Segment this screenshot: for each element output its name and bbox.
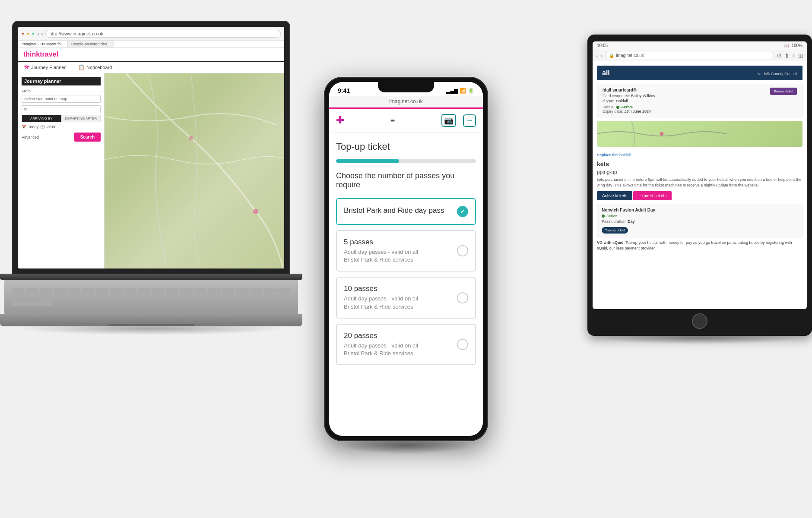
journey-planner-panel: Journey planner From ARRIVING BY DEPARTI…: [18, 73, 105, 268]
bristol-pass-card[interactable]: Bristol Park and Ride day pass: [336, 198, 476, 225]
jp-from-label: From: [22, 89, 101, 93]
battery-icon: 🔋: [468, 88, 474, 94]
expiry-row: Expiry date: 13th June 2024: [603, 109, 655, 114]
key: [208, 288, 220, 293]
hamburger-icon[interactable]: ≡: [390, 116, 395, 125]
app-logo: ✚: [336, 115, 344, 126]
passes-5-card[interactable]: 5 passes Adult day passes - valid on all…: [336, 230, 476, 272]
holdall-header: all Norfolk County Council: [597, 66, 802, 80]
browser-dot-red: ●: [22, 31, 24, 36]
passes-10-desc-1: Adult day passes - valid on all: [344, 295, 418, 302]
passes-5-radio[interactable]: [457, 245, 468, 256]
key: [82, 294, 94, 300]
phone-browser-bar: imaginet.co.uk: [329, 96, 483, 107]
logo-highlight: travel: [40, 51, 58, 58]
passes-5-title: 5 passes: [344, 238, 418, 246]
selected-pass-radio[interactable]: [457, 206, 468, 217]
renew-ticket-button[interactable]: Renew ticket: [770, 88, 797, 95]
owner-value: Mr Bailey Wilkins: [625, 94, 655, 98]
laptop-main-area: Journey planner From ARRIVING BY DEPARTI…: [18, 73, 284, 268]
key: [278, 294, 291, 300]
ticket-status-dot: [602, 215, 605, 218]
key: [40, 288, 52, 293]
choose-passes-label: Choose the number of passes you require: [336, 171, 476, 190]
jp-search-button[interactable]: Search: [74, 133, 101, 142]
tablet-share-icon[interactable]: ⬆: [784, 52, 790, 59]
passes-10-radio[interactable]: [457, 292, 468, 303]
tablet-add-tab-icon[interactable]: +: [792, 52, 796, 59]
passes-20-card[interactable]: 20 passes Adult day passes - valid on al…: [336, 324, 476, 365]
squid-text: VG with sQuid. Top-up your holdall with …: [597, 240, 802, 251]
camera-icon[interactable]: 📷: [441, 114, 456, 127]
holdall-owner-row: Card owner: Mr Bailey Wilkins: [603, 94, 655, 98]
topup-ticket-button[interactable]: Top-up ticket: [602, 227, 628, 234]
page-title: Top-up ticket: [336, 141, 476, 152]
key: [236, 294, 248, 300]
browser-tab-1[interactable]: Imaginet - Transport fo...: [18, 41, 68, 47]
jp-advanced-link[interactable]: Advanced: [22, 135, 39, 139]
jp-arriving-label: ARRIVING BY: [30, 117, 53, 120]
tablet-forward-btn[interactable]: ›: [601, 52, 603, 59]
tab2-label: People-powered des...: [71, 42, 110, 46]
browser-dot-green: ●: [32, 31, 35, 36]
tablet-device: 10:05 📖 100% ‹ › 🔒 imaginet.co.uk ↺ ⬆: [587, 35, 812, 336]
phone-status-icons: ▂▄▆ 📶 🔋: [446, 88, 474, 94]
expired-tickets-tab[interactable]: Expired tickets: [633, 191, 672, 200]
dur-label: Pass duration:: [602, 219, 627, 224]
svg-point-1: [189, 136, 193, 140]
passes-20-desc-2: Bristol Park & Ride services: [344, 350, 413, 357]
jp-advanced-label: Advanced: [22, 135, 39, 139]
jp-departing-label: DEPARTING AFTER: [65, 117, 97, 120]
key: [54, 288, 66, 293]
key: [12, 288, 24, 293]
key: [40, 294, 52, 300]
jp-arriving-btn[interactable]: ARRIVING BY: [22, 115, 61, 122]
nav-noticeboard[interactable]: 📋 Noticeboard: [72, 62, 118, 73]
key: [250, 294, 263, 300]
jp-start-input[interactable]: [22, 95, 101, 103]
browser-back-btn[interactable]: ‹ ›: [37, 30, 43, 37]
tickets-description: kets purchased online before 9pm will be…: [597, 177, 802, 188]
norfolk-logo-area: Norfolk County Council: [758, 69, 797, 77]
tablet-browser-bar: ‹ › 🔒 imaginet.co.uk ↺ ⬆ + ⊞: [593, 50, 807, 61]
tab1-label: Imaginet - Transport fo...: [22, 42, 64, 46]
key: [68, 294, 80, 300]
key: [208, 294, 220, 300]
tablet-tabs-icon[interactable]: ⊞: [798, 52, 803, 59]
browser-url-bar[interactable]: http://www.imaginet.co.uk: [45, 30, 281, 38]
passes-10-card[interactable]: 10 passes Adult day passes - valid on al…: [336, 277, 476, 318]
key: [138, 294, 150, 300]
selected-pass-title: Bristol Park and Ride day pass: [344, 206, 444, 215]
phone-content: Top-up ticket Choose the number of passe…: [329, 133, 483, 436]
tablet-url-bar[interactable]: 🔒 imaginet.co.uk: [605, 52, 774, 59]
laptop-screen: ● ● ● ‹ › http://www.imaginet.co.uk Imag…: [18, 27, 284, 268]
tablet-back-btn[interactable]: ‹: [596, 52, 598, 59]
keyboard-keys: [12, 288, 291, 306]
jp-to-input[interactable]: [22, 105, 101, 113]
replace-holdall-link[interactable]: Replace this holdall: [597, 153, 631, 157]
tablet-home-button[interactable]: [692, 313, 707, 329]
key: [96, 288, 108, 293]
nav-journey-planner[interactable]: 🗺 Journey Planner: [18, 62, 72, 73]
holdall-section-label: all: [602, 69, 610, 77]
passes-20-desc-1: Adult day passes - valid on all: [344, 342, 418, 349]
status-dot: [616, 106, 619, 109]
tablet-screen: 10:05 📖 100% ‹ › 🔒 imaginet.co.uk ↺ ⬆: [593, 41, 807, 309]
browser-tab-2[interactable]: People-powered des...: [68, 41, 114, 47]
laptop-browser-bar: ● ● ● ‹ › http://www.imaginet.co.uk: [18, 27, 284, 41]
logo-plus-icon: ✚: [336, 115, 344, 126]
jp-panel-title: Journey planner: [22, 77, 101, 85]
tablet-reload-icon[interactable]: ↺: [777, 52, 782, 59]
jp-departing-btn[interactable]: DEPARTING AFTER: [61, 115, 101, 122]
login-icon[interactable]: →: [463, 114, 476, 127]
topup-btn-label: Top-up ticket: [605, 228, 625, 232]
phone-url-text: imaginet.co.uk: [389, 98, 422, 104]
key: [180, 288, 192, 293]
tablet-status-bar: 10:05 📖 100%: [593, 41, 807, 50]
ticket-name-text: Norwich Fusion Adult Day: [602, 208, 798, 212]
passes-10-info: 10 passes Adult day passes - valid on al…: [344, 284, 418, 310]
key: [278, 288, 291, 293]
passes-20-radio[interactable]: [457, 339, 468, 350]
active-tickets-tab[interactable]: Active tickets: [597, 191, 632, 200]
phone-bezel: 9:41 ▂▄▆ 📶 🔋 imaginet.co.uk ✚: [324, 77, 488, 441]
